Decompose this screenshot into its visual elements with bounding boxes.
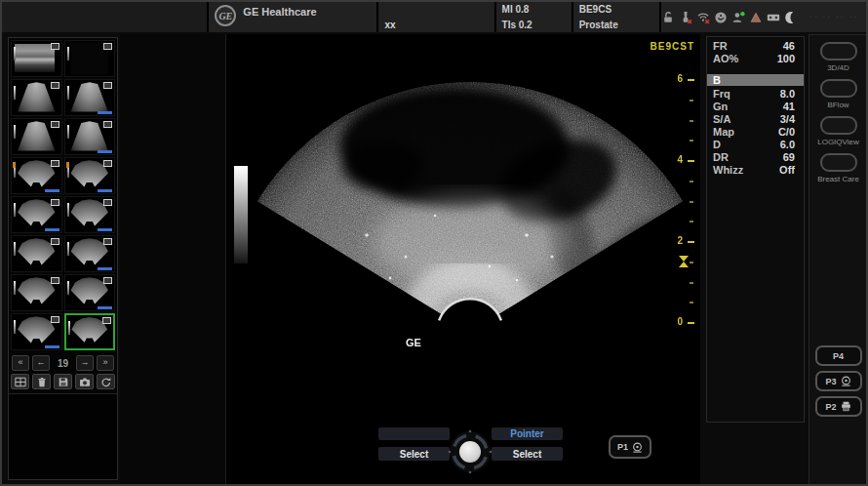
thumbnail[interactable] bbox=[64, 79, 116, 116]
thumbnail-scalebar bbox=[68, 321, 70, 335]
thumbnail-selected[interactable] bbox=[64, 313, 116, 350]
thumbnail[interactable] bbox=[11, 235, 62, 272]
param-row-map: MapC/0 bbox=[707, 126, 804, 139]
thumbnail-type-icon bbox=[103, 43, 112, 50]
depth-minor-tick bbox=[690, 282, 693, 284]
thumbnail-marker bbox=[66, 162, 69, 168]
param-label: Map bbox=[713, 126, 734, 139]
refresh-button[interactable] bbox=[97, 374, 115, 389]
p3-print-button[interactable]: P3 bbox=[815, 371, 862, 391]
secondary-clipboard-column bbox=[120, 34, 226, 486]
prev-page-button[interactable]: ← bbox=[32, 355, 50, 371]
thumbnail-scalebar bbox=[67, 203, 69, 217]
param-row-dr: DR69 bbox=[707, 151, 804, 164]
depth-minor-tick bbox=[690, 100, 693, 101]
mode-key-logiqview: LOGIQView bbox=[809, 116, 867, 146]
select-left-label: Select bbox=[400, 449, 428, 460]
thumbnail-type-icon bbox=[51, 199, 59, 206]
system-status-icons: ·· ·· ·· ·· bbox=[659, 2, 866, 32]
thumbnail-scalebar bbox=[14, 281, 16, 295]
thumbnail[interactable] bbox=[11, 79, 62, 116]
thumbnail-scalebar bbox=[14, 47, 16, 61]
thumbnail[interactable] bbox=[11, 118, 62, 155]
probe-preset-section[interactable]: BE9CS Prostate bbox=[572, 2, 659, 32]
param-row-frq: Frq8.0 bbox=[707, 88, 804, 101]
trackball-indicator[interactable] bbox=[431, 423, 509, 481]
thumbnail-type-icon bbox=[51, 316, 59, 323]
thumbnail-tag-bar bbox=[98, 228, 112, 231]
ge-logo-icon: GE bbox=[215, 5, 236, 26]
param-value: 8.0 bbox=[780, 88, 795, 101]
thumbnail-scalebar bbox=[67, 86, 69, 100]
thumbnail[interactable] bbox=[64, 235, 116, 272]
param-row-fr: FR46 bbox=[707, 40, 804, 53]
thumbnail-type-icon bbox=[51, 160, 59, 167]
thumbnail-tag-bar bbox=[98, 150, 112, 153]
param-value: 69 bbox=[783, 151, 795, 164]
probe-error-icon bbox=[679, 11, 692, 24]
thumbnail[interactable] bbox=[64, 40, 116, 77]
thumbnail[interactable] bbox=[64, 118, 116, 155]
param-row-d: D6.0 bbox=[707, 139, 804, 151]
last-page-button[interactable]: » bbox=[97, 355, 114, 371]
thumbnail-tag-bar bbox=[45, 345, 59, 348]
thumbnail-type-icon bbox=[51, 277, 59, 284]
exam-id-section[interactable]: xx bbox=[376, 2, 493, 32]
save-button[interactable] bbox=[54, 374, 72, 389]
thumbnail[interactable] bbox=[11, 40, 62, 77]
thumbnail[interactable] bbox=[11, 196, 62, 233]
top-status-bar: GE GE Healthcare xx MI 0.8 TIs 0.2 BE9CS… bbox=[2, 2, 866, 32]
p4-print-button[interactable]: P4 bbox=[815, 345, 862, 366]
print-key-label: P2 bbox=[825, 402, 836, 412]
p1-print-button[interactable]: P1 bbox=[609, 435, 651, 459]
thumbnail[interactable] bbox=[64, 196, 116, 233]
thumbnail-scalebar bbox=[67, 125, 69, 139]
grid-button[interactable] bbox=[11, 374, 29, 389]
user-online-icon bbox=[731, 11, 745, 24]
mode-key-button[interactable] bbox=[820, 153, 857, 172]
mode-key-button[interactable] bbox=[820, 79, 857, 98]
param-value: 100 bbox=[777, 53, 795, 65]
thumbnail[interactable] bbox=[64, 274, 116, 311]
ultrasound-b-mode-image: GE bbox=[228, 34, 698, 425]
param-row-ao: AO%100 bbox=[707, 53, 804, 65]
param-label: Frq bbox=[713, 88, 730, 101]
thumbnail[interactable] bbox=[11, 274, 62, 311]
pointer-label: Pointer bbox=[510, 428, 543, 439]
mode-key-3d4d: 3D/4D bbox=[809, 42, 867, 72]
depth-minor-tick bbox=[690, 262, 693, 263]
next-page-button[interactable]: → bbox=[76, 355, 94, 371]
thumbnail-type-icon bbox=[51, 121, 59, 128]
probe-name: BE9CS bbox=[579, 4, 653, 15]
mode-key-column: 3D/4DBFlowLOGIQViewBreast CareP4P3P2 bbox=[809, 34, 868, 486]
depth-label: 6 bbox=[671, 73, 683, 84]
mode-key-button[interactable] bbox=[820, 116, 857, 135]
image-preset-label: BE9CST bbox=[651, 41, 694, 52]
param-label: DR bbox=[713, 151, 729, 164]
p2-print-button[interactable]: P2 bbox=[815, 396, 862, 417]
thumbnail-grid bbox=[9, 38, 117, 352]
thumbnail-scalebar bbox=[67, 281, 69, 295]
thumbnail-type-icon bbox=[103, 238, 112, 245]
thumbnail[interactable] bbox=[11, 157, 62, 194]
wifi-error-icon bbox=[696, 11, 710, 24]
first-page-button[interactable]: « bbox=[12, 355, 29, 371]
preset-name: Prostate bbox=[579, 20, 653, 30]
trash-button[interactable] bbox=[32, 374, 51, 389]
mode-key-label: 3D/4D bbox=[809, 63, 867, 72]
thumbnail-type-icon bbox=[103, 199, 112, 206]
mode-key-button[interactable] bbox=[820, 42, 857, 61]
camera-button[interactable] bbox=[75, 374, 94, 389]
param-label: FR bbox=[713, 40, 728, 53]
thumbnail[interactable] bbox=[64, 157, 116, 194]
thumbnail-marker bbox=[13, 162, 16, 168]
thumbnail[interactable] bbox=[11, 313, 62, 350]
trash-icon bbox=[36, 377, 48, 387]
scan-display-area[interactable]: GE BE9CST 6420 Pointer Select Select bbox=[226, 34, 700, 486]
acoustic-output-section: MI 0.8 TIs 0.2 bbox=[494, 2, 572, 32]
mi-value: MI 0.8 bbox=[502, 4, 566, 15]
thumbnail-type-icon bbox=[103, 121, 112, 128]
depth-major-tick bbox=[688, 160, 694, 162]
printer-icon bbox=[841, 401, 851, 412]
thumbnail-tag-bar bbox=[98, 306, 112, 309]
